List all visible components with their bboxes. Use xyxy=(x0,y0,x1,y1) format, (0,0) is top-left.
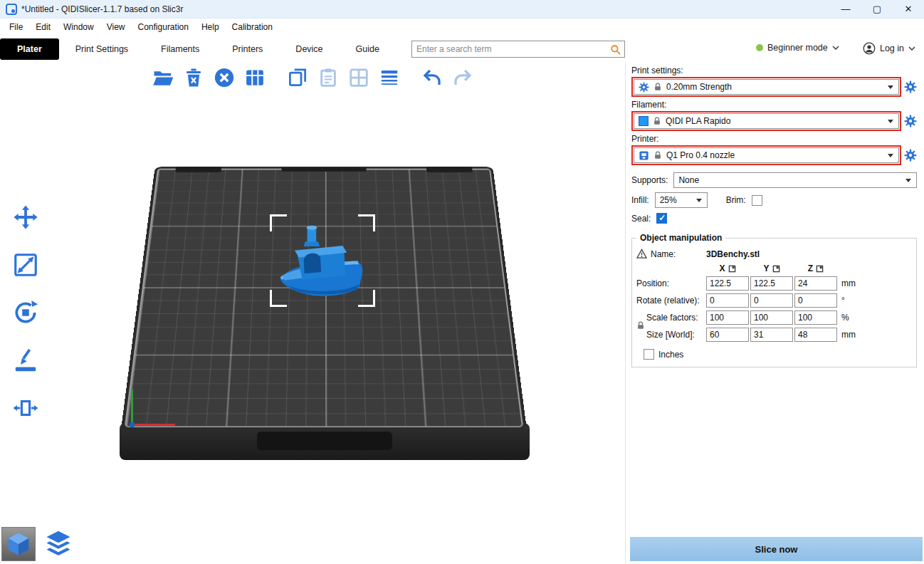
menu-edit[interactable]: Edit xyxy=(29,21,57,33)
menu-configuration[interactable]: Configuration xyxy=(132,21,195,33)
x-axis-box-icon[interactable] xyxy=(728,265,736,273)
login-label: Log in xyxy=(880,43,904,53)
brim-label: Brim: xyxy=(726,195,746,205)
menu-file[interactable]: File xyxy=(3,21,29,33)
print-settings-combo[interactable]: 0.20mm Strength xyxy=(634,79,899,95)
menu-view[interactable]: View xyxy=(100,21,132,33)
supports-label: Supports: xyxy=(631,175,668,185)
size-y-input[interactable] xyxy=(750,328,793,342)
slice-now-button[interactable]: Slice now xyxy=(630,537,923,561)
search-icon[interactable] xyxy=(610,44,621,55)
layers-stack-icon xyxy=(43,528,74,560)
lock-icon xyxy=(653,117,661,125)
position-x-input[interactable] xyxy=(706,276,749,291)
rotate-unit: ° xyxy=(839,296,860,306)
uniform-scale-lock-icon[interactable] xyxy=(636,320,645,330)
warning-icon xyxy=(636,249,647,259)
selection-bracket-corner xyxy=(358,214,375,231)
print-settings-value: 0.20mm Strength xyxy=(666,82,883,92)
seal-label: Seal: xyxy=(631,214,651,224)
position-y-input[interactable] xyxy=(750,276,793,291)
mode-selector[interactable]: Beginner mode xyxy=(756,43,839,53)
chevron-down-icon xyxy=(888,120,893,123)
close-button[interactable]: ✕ xyxy=(893,0,924,19)
y-axis-box-icon[interactable] xyxy=(772,265,780,273)
rotate-z-input[interactable] xyxy=(794,293,837,308)
mode-label: Beginner mode xyxy=(767,43,828,53)
search-input[interactable] xyxy=(412,44,610,54)
z-axis-box-icon[interactable] xyxy=(816,265,824,273)
chevron-down-icon xyxy=(905,179,911,182)
bed-base xyxy=(120,423,530,460)
bed-clip xyxy=(281,167,367,172)
maximize-button[interactable]: ▢ xyxy=(861,0,893,19)
minimize-button[interactable]: — xyxy=(830,0,861,19)
axes-origin xyxy=(130,422,135,427)
search-box xyxy=(411,41,625,58)
tab-print-settings[interactable]: Print Settings xyxy=(59,38,145,60)
lock-icon xyxy=(653,151,662,160)
filament-highlight: QIDI PLA Rapido xyxy=(631,111,901,131)
tab-bar: Plater Print Settings Filaments Printers… xyxy=(0,36,924,63)
infill-dropdown[interactable]: 25% xyxy=(655,192,708,208)
tab-plater[interactable]: Plater xyxy=(0,38,59,60)
rotate-y-input[interactable] xyxy=(750,293,793,308)
rotate-x-input[interactable] xyxy=(706,293,749,308)
menu-calibration[interactable]: Calibration xyxy=(226,21,279,33)
tab-filaments[interactable]: Filaments xyxy=(145,38,216,60)
preview-layers-view-button[interactable] xyxy=(41,527,75,561)
app-icon xyxy=(6,4,17,15)
selection-bracket-corner xyxy=(270,214,287,231)
position-label: Position: xyxy=(636,278,705,288)
axis-z-header: Z xyxy=(808,263,813,273)
tab-guide[interactable]: Guide xyxy=(340,38,396,60)
scale-row: Scale factors: % xyxy=(636,310,912,325)
edit-printer-button[interactable] xyxy=(904,149,917,162)
filament-label: Filament: xyxy=(631,100,917,110)
x-axis-indicator xyxy=(131,424,175,426)
filament-color-swatch xyxy=(639,116,649,126)
inches-label: Inches xyxy=(658,350,683,360)
chevron-down-icon xyxy=(832,46,839,50)
3d-editor-view-button[interactable] xyxy=(1,527,36,561)
title-bar: *Untitled - QIDISlicer-1.1.7 based on Sl… xyxy=(0,0,924,19)
brim-checkbox[interactable] xyxy=(752,195,762,206)
view-toggle-bar xyxy=(1,527,75,561)
login-control[interactable]: Log in xyxy=(863,42,915,55)
seal-checkbox[interactable] xyxy=(656,213,667,224)
axis-x-header: X xyxy=(719,263,725,273)
tab-printers[interactable]: Printers xyxy=(216,38,279,60)
scale-label: Scale factors: xyxy=(636,313,705,323)
bed-scene xyxy=(0,63,625,564)
size-label: Size [World]: xyxy=(636,330,705,340)
object-name-label: Name: xyxy=(651,249,676,259)
size-x-input[interactable] xyxy=(706,328,749,342)
z-axis-indicator xyxy=(131,389,133,426)
chevron-down-icon xyxy=(908,46,915,51)
scale-z-input[interactable] xyxy=(794,310,837,325)
infill-label: Infill: xyxy=(631,195,649,205)
gear-icon xyxy=(904,115,917,127)
inches-checkbox[interactable] xyxy=(644,349,654,360)
menu-help[interactable]: Help xyxy=(195,21,226,33)
gear-icon xyxy=(639,82,649,93)
edit-print-settings-button[interactable] xyxy=(904,80,917,93)
menu-bar: File Edit Window View Configuration Help… xyxy=(0,19,924,35)
mode-status-dot xyxy=(756,44,763,51)
filament-combo[interactable]: QIDI PLA Rapido xyxy=(634,113,899,129)
menu-window[interactable]: Window xyxy=(57,21,100,33)
selection-bracket-corner xyxy=(270,290,287,307)
edit-filament-button[interactable] xyxy=(904,115,917,127)
print-settings-label: Print settings: xyxy=(631,66,917,75)
size-unit: mm xyxy=(839,330,860,340)
size-z-input[interactable] xyxy=(794,328,837,342)
position-z-input[interactable] xyxy=(794,276,837,291)
selection-brackets xyxy=(270,214,375,307)
printer-combo[interactable]: Q1 Pro 0.4 nozzle xyxy=(634,147,899,163)
gear-icon xyxy=(904,80,917,93)
tab-device[interactable]: Device xyxy=(279,38,339,60)
supports-dropdown[interactable]: None xyxy=(673,172,917,188)
scale-x-input[interactable] xyxy=(706,310,749,325)
scale-y-input[interactable] xyxy=(750,310,793,325)
printer-value: Q1 Pro 0.4 nozzle xyxy=(666,150,883,160)
